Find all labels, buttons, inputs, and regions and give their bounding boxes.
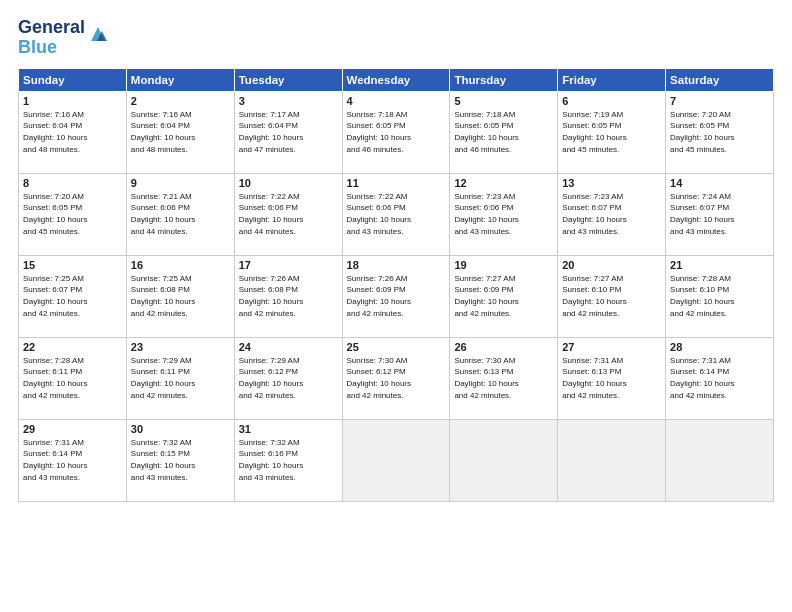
calendar-cell: [342, 419, 450, 501]
calendar-cell: 5Sunrise: 7:18 AM Sunset: 6:05 PM Daylig…: [450, 91, 558, 173]
calendar-header: SundayMondayTuesdayWednesdayThursdayFrid…: [19, 68, 774, 91]
cell-info: Sunrise: 7:23 AM Sunset: 6:07 PM Dayligh…: [562, 192, 626, 236]
logo-text: GeneralBlue: [18, 18, 85, 58]
day-number: 24: [239, 341, 338, 353]
calendar-cell: 1Sunrise: 7:16 AM Sunset: 6:04 PM Daylig…: [19, 91, 127, 173]
cell-info: Sunrise: 7:16 AM Sunset: 6:04 PM Dayligh…: [23, 110, 87, 154]
logo: GeneralBlue: [18, 18, 109, 58]
day-number: 6: [562, 95, 661, 107]
cell-info: Sunrise: 7:27 AM Sunset: 6:10 PM Dayligh…: [562, 274, 626, 318]
cell-info: Sunrise: 7:25 AM Sunset: 6:07 PM Dayligh…: [23, 274, 87, 318]
day-number: 7: [670, 95, 769, 107]
day-number: 25: [347, 341, 446, 353]
day-number: 30: [131, 423, 230, 435]
week-row-1: 1Sunrise: 7:16 AM Sunset: 6:04 PM Daylig…: [19, 91, 774, 173]
calendar-cell: 22Sunrise: 7:28 AM Sunset: 6:11 PM Dayli…: [19, 337, 127, 419]
day-number: 31: [239, 423, 338, 435]
cell-info: Sunrise: 7:26 AM Sunset: 6:08 PM Dayligh…: [239, 274, 303, 318]
calendar-cell: 8Sunrise: 7:20 AM Sunset: 6:05 PM Daylig…: [19, 173, 127, 255]
cell-info: Sunrise: 7:30 AM Sunset: 6:13 PM Dayligh…: [454, 356, 518, 400]
weekday-header-thursday: Thursday: [450, 68, 558, 91]
cell-info: Sunrise: 7:20 AM Sunset: 6:05 PM Dayligh…: [23, 192, 87, 236]
calendar-page: GeneralBlue SundayMondayTuesdayWednesday…: [0, 0, 792, 612]
calendar-cell: 19Sunrise: 7:27 AM Sunset: 6:09 PM Dayli…: [450, 255, 558, 337]
calendar-cell: 12Sunrise: 7:23 AM Sunset: 6:06 PM Dayli…: [450, 173, 558, 255]
cell-info: Sunrise: 7:19 AM Sunset: 6:05 PM Dayligh…: [562, 110, 626, 154]
cell-info: Sunrise: 7:31 AM Sunset: 6:14 PM Dayligh…: [23, 438, 87, 482]
cell-info: Sunrise: 7:32 AM Sunset: 6:16 PM Dayligh…: [239, 438, 303, 482]
cell-info: Sunrise: 7:18 AM Sunset: 6:05 PM Dayligh…: [454, 110, 518, 154]
header: GeneralBlue: [18, 18, 774, 58]
day-number: 3: [239, 95, 338, 107]
day-number: 29: [23, 423, 122, 435]
cell-info: Sunrise: 7:27 AM Sunset: 6:09 PM Dayligh…: [454, 274, 518, 318]
day-number: 22: [23, 341, 122, 353]
cell-info: Sunrise: 7:29 AM Sunset: 6:11 PM Dayligh…: [131, 356, 195, 400]
calendar-table: SundayMondayTuesdayWednesdayThursdayFrid…: [18, 68, 774, 502]
cell-info: Sunrise: 7:20 AM Sunset: 6:05 PM Dayligh…: [670, 110, 734, 154]
calendar-cell: 25Sunrise: 7:30 AM Sunset: 6:12 PM Dayli…: [342, 337, 450, 419]
calendar-cell: 23Sunrise: 7:29 AM Sunset: 6:11 PM Dayli…: [126, 337, 234, 419]
calendar-cell: 11Sunrise: 7:22 AM Sunset: 6:06 PM Dayli…: [342, 173, 450, 255]
day-number: 5: [454, 95, 553, 107]
weekday-header-wednesday: Wednesday: [342, 68, 450, 91]
logo-blue: Blue: [18, 37, 57, 57]
calendar-cell: 26Sunrise: 7:30 AM Sunset: 6:13 PM Dayli…: [450, 337, 558, 419]
calendar-cell: [666, 419, 774, 501]
calendar-cell: 16Sunrise: 7:25 AM Sunset: 6:08 PM Dayli…: [126, 255, 234, 337]
cell-info: Sunrise: 7:29 AM Sunset: 6:12 PM Dayligh…: [239, 356, 303, 400]
cell-info: Sunrise: 7:21 AM Sunset: 6:06 PM Dayligh…: [131, 192, 195, 236]
logo-icon: [87, 23, 109, 45]
weekday-header-saturday: Saturday: [666, 68, 774, 91]
calendar-cell: 30Sunrise: 7:32 AM Sunset: 6:15 PM Dayli…: [126, 419, 234, 501]
day-number: 8: [23, 177, 122, 189]
cell-info: Sunrise: 7:32 AM Sunset: 6:15 PM Dayligh…: [131, 438, 195, 482]
day-number: 4: [347, 95, 446, 107]
cell-info: Sunrise: 7:23 AM Sunset: 6:06 PM Dayligh…: [454, 192, 518, 236]
day-number: 12: [454, 177, 553, 189]
calendar-cell: [450, 419, 558, 501]
calendar-cell: 28Sunrise: 7:31 AM Sunset: 6:14 PM Dayli…: [666, 337, 774, 419]
calendar-cell: 10Sunrise: 7:22 AM Sunset: 6:06 PM Dayli…: [234, 173, 342, 255]
day-number: 19: [454, 259, 553, 271]
weekday-header-row: SundayMondayTuesdayWednesdayThursdayFrid…: [19, 68, 774, 91]
day-number: 2: [131, 95, 230, 107]
week-row-3: 15Sunrise: 7:25 AM Sunset: 6:07 PM Dayli…: [19, 255, 774, 337]
cell-info: Sunrise: 7:26 AM Sunset: 6:09 PM Dayligh…: [347, 274, 411, 318]
calendar-cell: [558, 419, 666, 501]
day-number: 17: [239, 259, 338, 271]
calendar-cell: 14Sunrise: 7:24 AM Sunset: 6:07 PM Dayli…: [666, 173, 774, 255]
cell-info: Sunrise: 7:22 AM Sunset: 6:06 PM Dayligh…: [347, 192, 411, 236]
calendar-cell: 20Sunrise: 7:27 AM Sunset: 6:10 PM Dayli…: [558, 255, 666, 337]
day-number: 15: [23, 259, 122, 271]
calendar-cell: 2Sunrise: 7:16 AM Sunset: 6:04 PM Daylig…: [126, 91, 234, 173]
weekday-header-friday: Friday: [558, 68, 666, 91]
week-row-4: 22Sunrise: 7:28 AM Sunset: 6:11 PM Dayli…: [19, 337, 774, 419]
day-number: 27: [562, 341, 661, 353]
weekday-header-monday: Monday: [126, 68, 234, 91]
weekday-header-sunday: Sunday: [19, 68, 127, 91]
calendar-cell: 17Sunrise: 7:26 AM Sunset: 6:08 PM Dayli…: [234, 255, 342, 337]
day-number: 28: [670, 341, 769, 353]
cell-info: Sunrise: 7:31 AM Sunset: 6:14 PM Dayligh…: [670, 356, 734, 400]
cell-info: Sunrise: 7:30 AM Sunset: 6:12 PM Dayligh…: [347, 356, 411, 400]
week-row-5: 29Sunrise: 7:31 AM Sunset: 6:14 PM Dayli…: [19, 419, 774, 501]
day-number: 11: [347, 177, 446, 189]
calendar-cell: 7Sunrise: 7:20 AM Sunset: 6:05 PM Daylig…: [666, 91, 774, 173]
cell-info: Sunrise: 7:22 AM Sunset: 6:06 PM Dayligh…: [239, 192, 303, 236]
calendar-cell: 15Sunrise: 7:25 AM Sunset: 6:07 PM Dayli…: [19, 255, 127, 337]
day-number: 23: [131, 341, 230, 353]
day-number: 14: [670, 177, 769, 189]
day-number: 9: [131, 177, 230, 189]
cell-info: Sunrise: 7:16 AM Sunset: 6:04 PM Dayligh…: [131, 110, 195, 154]
day-number: 20: [562, 259, 661, 271]
day-number: 26: [454, 341, 553, 353]
calendar-cell: 27Sunrise: 7:31 AM Sunset: 6:13 PM Dayli…: [558, 337, 666, 419]
calendar-cell: 24Sunrise: 7:29 AM Sunset: 6:12 PM Dayli…: [234, 337, 342, 419]
calendar-cell: 31Sunrise: 7:32 AM Sunset: 6:16 PM Dayli…: [234, 419, 342, 501]
day-number: 18: [347, 259, 446, 271]
cell-info: Sunrise: 7:17 AM Sunset: 6:04 PM Dayligh…: [239, 110, 303, 154]
day-number: 21: [670, 259, 769, 271]
calendar-cell: 9Sunrise: 7:21 AM Sunset: 6:06 PM Daylig…: [126, 173, 234, 255]
day-number: 1: [23, 95, 122, 107]
